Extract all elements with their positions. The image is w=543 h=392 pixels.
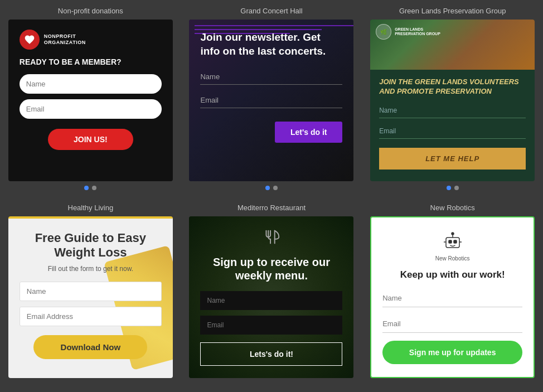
concert-heading: Join our newsletter. Get info on the las… (200, 31, 342, 58)
green-content: JOIN THE GREEN LANDS VOLUNTEERS AND PROM… (370, 70, 535, 180)
cell-healthy: Healthy Living Free Guide to Easy Weight… (0, 197, 181, 385)
green-name-input[interactable] (379, 103, 526, 118)
nonprofit-name-input[interactable] (20, 74, 162, 94)
green-button[interactable]: LET ME HELP (379, 148, 526, 170)
nonprofit-join-button[interactable]: JOIN US! (48, 129, 133, 150)
cell-title-greenlands: Green Lands Preservation Group (399, 7, 506, 15)
healthy-heading: Free Guide to Easy Weight Loss (20, 231, 162, 260)
healthy-content: Free Guide to Easy Weight Loss Fill out … (8, 219, 173, 369)
concert-dots (265, 186, 278, 190)
mediterro-email-input[interactable] (200, 316, 342, 335)
healthy-subheading: Fill out the form to get it now. (20, 265, 162, 273)
concert-content: Join our newsletter. Get info on the las… (189, 20, 353, 153)
svg-rect-2 (454, 240, 457, 243)
cell-robotics: New Robotics New Robotics Keep up with o… (362, 197, 543, 385)
card-greenlands: 🌿 GREEN LANDSPRESERVATION GROUP JOIN THE… (370, 20, 535, 181)
cell-title-healthy: Healthy Living (68, 204, 114, 212)
healthy-download-button[interactable]: Download Now (33, 335, 147, 359)
cell-nonprofit: Non-profit donations NONPROFIT ORGANIZAT… (0, 0, 181, 197)
main-grid: Non-profit donations NONPROFIT ORGANIZAT… (0, 0, 543, 385)
concert-email-input[interactable] (200, 93, 342, 108)
green-img-area: 🌿 GREEN LANDSPRESERVATION GROUP (370, 20, 535, 70)
card-nonprofit: NONPROFIT ORGANIZATION READY TO BE A MEM… (8, 20, 173, 181)
robotics-logo-area: New Robotics (382, 229, 522, 262)
green-email-input[interactable] (379, 124, 526, 139)
cell-mediterro: Mediterro Restaurant Sign up to receive … (181, 197, 362, 385)
card-mediterro: Sign up to receive our weekly menu. Lets… (189, 216, 353, 378)
cell-title-mediterro: Mediterro Restaurant (237, 204, 306, 212)
svg-rect-1 (449, 240, 452, 243)
robotics-email-input[interactable] (382, 315, 522, 333)
cell-concert: Grand Concert Hall Join our newsletter. … (181, 0, 362, 197)
concert-name-input[interactable] (200, 69, 342, 85)
robotics-heading: Keep up with our work! (382, 269, 522, 280)
card-robotics: New Robotics Keep up with our work! Sign… (370, 216, 535, 378)
green-logo-icon: 🌿 (376, 24, 391, 40)
dot-2 (92, 186, 96, 190)
nonprofit-org-text: NONPROFIT ORGANIZATION (44, 33, 86, 46)
nonprofit-email-input[interactable] (20, 99, 162, 119)
green-dots (447, 186, 459, 190)
mediterro-content: Sign up to receive our weekly menu. Lets… (189, 216, 353, 376)
green-org-name: GREEN LANDSPRESERVATION GROUP (395, 27, 440, 37)
fork-knife-icon (261, 226, 282, 250)
heart-icon (20, 30, 40, 50)
concert-dot-2 (273, 186, 278, 190)
cell-title-nonprofit: Non-profit donations (58, 7, 123, 15)
green-dot-1 (447, 186, 451, 190)
concert-button[interactable]: Let's do it (275, 122, 343, 143)
robotics-name-input[interactable] (382, 289, 522, 307)
mediterro-button[interactable]: Lets's do it! (200, 342, 342, 366)
green-logo-bar: 🌿 GREEN LANDSPRESERVATION GROUP (376, 24, 440, 40)
concert-dot-1 (265, 186, 270, 190)
robotics-signup-button[interactable]: Sign me up for updates (382, 341, 522, 364)
mediterro-name-input[interactable] (200, 291, 342, 310)
cell-title-robotics: New Robotics (430, 204, 475, 212)
healthy-name-input[interactable] (20, 282, 162, 301)
cell-title-concert: Grand Concert Hall (240, 7, 302, 15)
green-heading: JOIN THE GREEN LANDS VOLUNTEERS AND PROM… (379, 78, 526, 96)
cell-greenlands: Green Lands Preservation Group 🌿 GREEN L… (362, 0, 543, 197)
svg-point-4 (452, 233, 454, 235)
nonprofit-heading: READY TO BE A MEMBER? (20, 57, 162, 66)
dot-1 (84, 186, 89, 190)
nonprofit-logo: NONPROFIT ORGANIZATION (20, 30, 162, 50)
nonprofit-dots (84, 186, 96, 190)
card-concert: Join our newsletter. Get info on the las… (189, 20, 353, 181)
green-dot-2 (454, 186, 459, 190)
robotics-org-name: New Robotics (435, 255, 470, 262)
healthy-email-input[interactable] (20, 307, 162, 326)
card-healthy: Free Guide to Easy Weight Loss Fill out … (8, 216, 173, 378)
mediterro-heading: Sign up to receive our weekly menu. (200, 255, 342, 282)
robot-icon (440, 229, 465, 253)
